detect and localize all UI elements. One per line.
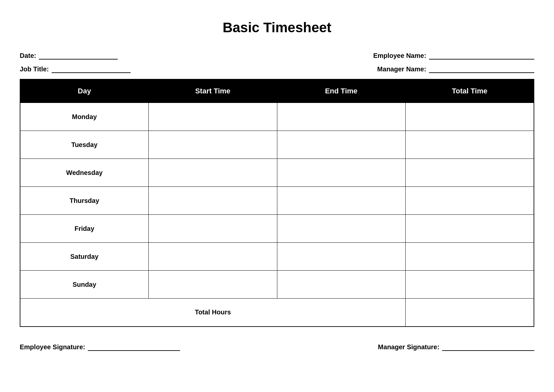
day-cell-0: Monday xyxy=(20,103,149,131)
start-time-cell-1[interactable] xyxy=(149,131,277,159)
end-time-cell-1[interactable] xyxy=(277,131,406,159)
total-hours-value xyxy=(406,299,534,327)
date-line xyxy=(39,59,118,60)
job-title-line xyxy=(52,72,131,73)
employee-signature-label: Employee Signature: xyxy=(20,343,85,351)
end-time-cell-2[interactable] xyxy=(277,159,406,187)
total-time-cell-4 xyxy=(406,215,534,243)
job-title-label: Job Title: xyxy=(20,65,49,73)
total-time-cell-2 xyxy=(406,159,534,187)
page-title: Basic Timesheet xyxy=(20,20,534,36)
start-time-cell-4[interactable] xyxy=(149,215,277,243)
total-time-cell-6 xyxy=(406,271,534,299)
table-row: Sunday xyxy=(20,271,534,299)
employee-name-label: Employee Name: xyxy=(373,52,426,59)
employee-name-line xyxy=(429,59,534,60)
manager-signature-field: Manager Signature: xyxy=(378,343,534,351)
timesheet-table: Day Start Time End Time Total Time Monda… xyxy=(20,79,534,327)
day-cell-2: Wednesday xyxy=(20,159,149,187)
col-header-end-time: End Time xyxy=(277,79,406,103)
form-row-2: Job Title: Manager Name: xyxy=(20,65,534,73)
day-cell-4: Friday xyxy=(20,215,149,243)
day-cell-5: Saturday xyxy=(20,243,149,271)
manager-signature-label: Manager Signature: xyxy=(378,343,440,351)
employee-signature-line xyxy=(88,350,180,351)
total-time-cell-1 xyxy=(406,131,534,159)
table-row: Friday xyxy=(20,215,534,243)
start-time-cell-0[interactable] xyxy=(149,103,277,131)
date-label: Date: xyxy=(20,52,36,59)
start-time-cell-2[interactable] xyxy=(149,159,277,187)
date-field: Date: xyxy=(20,52,118,60)
start-time-cell-3[interactable] xyxy=(149,187,277,215)
employee-signature-field: Employee Signature: xyxy=(20,343,180,351)
job-title-field: Job Title: xyxy=(20,65,131,73)
total-hours-row: Total Hours xyxy=(20,299,534,327)
table-row: Monday xyxy=(20,103,534,131)
table-row: Saturday xyxy=(20,243,534,271)
total-hours-label: Total Hours xyxy=(20,299,406,327)
end-time-cell-6[interactable] xyxy=(277,271,406,299)
table-row: Thursday xyxy=(20,187,534,215)
manager-name-field: Manager Name: xyxy=(377,65,534,73)
end-time-cell-3[interactable] xyxy=(277,187,406,215)
employee-name-field: Employee Name: xyxy=(373,52,534,60)
col-header-start-time: Start Time xyxy=(149,79,277,103)
col-header-total-time: Total Time xyxy=(406,79,534,103)
day-cell-6: Sunday xyxy=(20,271,149,299)
manager-name-line xyxy=(429,72,534,73)
table-header-row: Day Start Time End Time Total Time xyxy=(20,79,534,103)
table-row: Wednesday xyxy=(20,159,534,187)
end-time-cell-5[interactable] xyxy=(277,243,406,271)
total-time-cell-0 xyxy=(406,103,534,131)
day-cell-3: Thursday xyxy=(20,187,149,215)
start-time-cell-6[interactable] xyxy=(149,271,277,299)
end-time-cell-4[interactable] xyxy=(277,215,406,243)
day-cell-1: Tuesday xyxy=(20,131,149,159)
total-time-cell-5 xyxy=(406,243,534,271)
manager-name-label: Manager Name: xyxy=(377,65,426,73)
end-time-cell-0[interactable] xyxy=(277,103,406,131)
signatures-section: Employee Signature: Manager Signature: xyxy=(20,343,534,351)
col-header-day: Day xyxy=(20,79,149,103)
manager-signature-line xyxy=(442,350,534,351)
total-time-cell-3 xyxy=(406,187,534,215)
start-time-cell-5[interactable] xyxy=(149,243,277,271)
form-row-1: Date: Employee Name: xyxy=(20,52,534,60)
table-row: Tuesday xyxy=(20,131,534,159)
